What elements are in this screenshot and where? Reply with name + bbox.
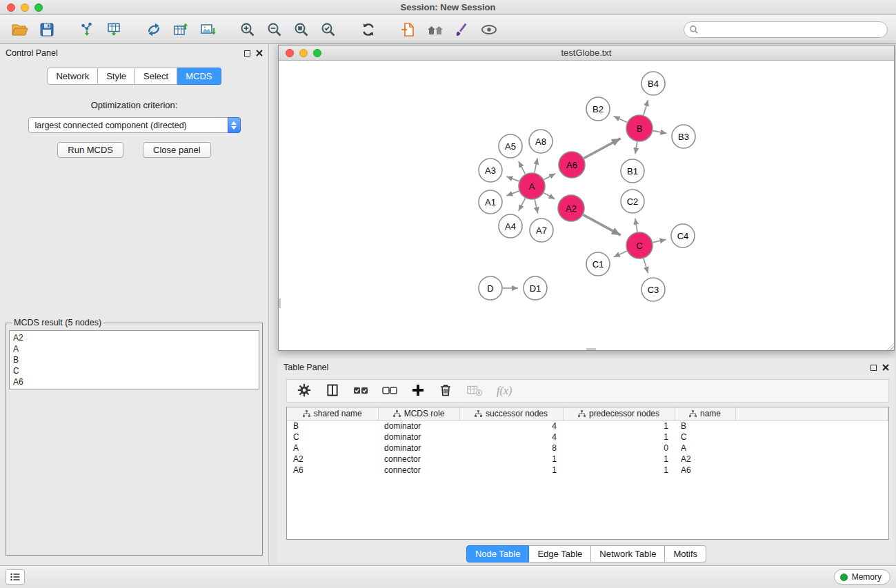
select-all-icon[interactable]: [353, 385, 368, 398]
close-panel-icon[interactable]: [256, 50, 263, 57]
table-cell[interactable]: dominator: [378, 420, 459, 432]
table-cell[interactable]: A2: [675, 454, 735, 465]
float-table-panel-icon[interactable]: [870, 365, 877, 371]
node-A4[interactable]: A4: [499, 214, 522, 238]
mcds-result-list[interactable]: A2ABCA6: [9, 330, 259, 389]
edge-C-C4[interactable]: [653, 239, 666, 242]
node-A6[interactable]: A6: [559, 152, 585, 178]
export-table-icon[interactable]: [169, 19, 192, 41]
function-builder-icon[interactable]: f(x): [497, 385, 512, 397]
zoom-in-icon[interactable]: [236, 19, 259, 41]
table-row[interactable]: Adominator80A: [287, 443, 888, 454]
close-window-button[interactable]: [7, 3, 15, 12]
edge-A-A2[interactable]: [544, 193, 555, 199]
zoom-selected-icon[interactable]: [317, 19, 340, 41]
table-row[interactable]: Cdominator41C: [287, 432, 888, 443]
table-row[interactable]: Bdominator41B: [287, 420, 888, 432]
export-image-icon[interactable]: [196, 19, 219, 41]
table-cell[interactable]: B: [287, 420, 378, 432]
memory-button[interactable]: Memory: [834, 569, 890, 585]
tab-motifs[interactable]: Motifs: [665, 545, 706, 562]
table-cell[interactable]: C: [675, 432, 735, 443]
edge-C-C1[interactable]: [614, 251, 627, 257]
table-cell[interactable]: C: [287, 432, 378, 443]
node-D1[interactable]: D1: [524, 276, 547, 300]
table-cell[interactable]: 1: [563, 420, 675, 432]
close-table-panel-icon[interactable]: [882, 364, 889, 371]
column-header-mcds-role[interactable]: MCDS role: [378, 407, 459, 420]
table-cell[interactable]: 1: [563, 454, 675, 465]
node-A8[interactable]: A8: [529, 130, 552, 153]
add-row-icon[interactable]: [411, 383, 425, 399]
float-panel-icon[interactable]: [244, 50, 250, 57]
task-history-button[interactable]: [6, 569, 25, 585]
tab-mcds[interactable]: MCDS: [177, 68, 221, 85]
open-file-icon[interactable]: [8, 19, 32, 41]
export-network-icon[interactable]: [142, 19, 166, 41]
tab-network-table[interactable]: Network Table: [591, 545, 665, 562]
table-cell[interactable]: connector: [378, 465, 459, 476]
table-cell[interactable]: A2: [287, 454, 378, 465]
import-table-icon[interactable]: [102, 19, 126, 41]
import-network-icon[interactable]: [75, 19, 99, 41]
edge-A-A1[interactable]: [506, 191, 519, 196]
node-B[interactable]: B: [626, 115, 653, 141]
zoom-fit-icon[interactable]: [290, 19, 313, 41]
node-B4[interactable]: B4: [641, 72, 665, 95]
table-cell[interactable]: 1: [563, 465, 675, 476]
node-C[interactable]: C: [626, 232, 653, 258]
edge-A-A8[interactable]: [535, 159, 537, 173]
mcds-result-item[interactable]: B: [13, 354, 255, 365]
column-header-shared-name[interactable]: shared name: [287, 407, 378, 420]
tab-edge-table[interactable]: Edge Table: [529, 545, 591, 562]
column-header-successor-nodes[interactable]: successor nodes: [459, 407, 563, 420]
run-mcds-button[interactable]: Run MCDS: [57, 142, 123, 158]
node-A7[interactable]: A7: [530, 219, 553, 242]
table-cell[interactable]: 1: [459, 454, 563, 465]
edge-B-B2[interactable]: [614, 116, 627, 123]
node-A[interactable]: A: [519, 173, 545, 199]
node-C2[interactable]: C2: [621, 190, 644, 213]
edge-B-B4[interactable]: [644, 100, 648, 115]
table-settings-icon[interactable]: [297, 383, 312, 400]
column-visibility-icon[interactable]: [326, 383, 339, 399]
dropdown-stepper-icon[interactable]: [228, 117, 241, 133]
table-cell[interactable]: B: [675, 420, 735, 432]
table-cell[interactable]: A6: [287, 465, 378, 476]
mcds-result-item[interactable]: A: [13, 343, 255, 354]
zoom-out-icon[interactable]: [263, 19, 286, 41]
tab-network[interactable]: Network: [47, 68, 98, 85]
network-canvas[interactable]: B4B2BB3A5A8A6A3B1AC2A1A2A4A7C4CC1DD1C3: [279, 61, 894, 350]
node-B2[interactable]: B2: [586, 97, 610, 121]
edge-A2-C[interactable]: [584, 215, 621, 236]
tab-style[interactable]: Style: [98, 68, 135, 85]
table-cell[interactable]: 4: [459, 420, 563, 432]
table-cell[interactable]: dominator: [378, 432, 459, 443]
edge-A6-B[interactable]: [584, 139, 621, 159]
network-zoom-button[interactable]: [313, 49, 321, 57]
edge-C-C3[interactable]: [644, 258, 648, 273]
tab-node-table[interactable]: Node Table: [466, 545, 530, 562]
search-input[interactable]: [684, 21, 888, 38]
edge-A-A3[interactable]: [506, 176, 519, 181]
table-cell[interactable]: A: [287, 443, 378, 454]
edge-A-A5[interactable]: [519, 161, 526, 174]
network-window-titlebar[interactable]: testGlobe.txt: [279, 45, 894, 61]
edge-B-B3[interactable]: [653, 131, 667, 134]
first-neighbors-icon[interactable]: [424, 19, 447, 41]
network-graph[interactable]: B4B2BB3A5A8A6A3B1AC2A1A2A4A7C4CC1DD1C3: [279, 61, 894, 350]
node-A2[interactable]: A2: [558, 195, 584, 221]
column-header-name[interactable]: name: [675, 407, 735, 420]
refresh-view-icon[interactable]: [357, 19, 380, 41]
close-panel-button[interactable]: Close panel: [143, 142, 211, 158]
node-C4[interactable]: C4: [671, 224, 695, 247]
open-session-icon[interactable]: [397, 19, 420, 41]
mcds-result-item[interactable]: A6: [13, 376, 255, 387]
minimize-window-button[interactable]: [21, 3, 29, 12]
column-header-predecessor-nodes[interactable]: predecessor nodes: [563, 407, 675, 420]
deselect-all-icon[interactable]: [382, 385, 397, 398]
table-cell[interactable]: A: [675, 443, 735, 454]
node-D[interactable]: D: [479, 276, 502, 300]
edge-C-C2[interactable]: [635, 219, 637, 232]
edge-A-A6[interactable]: [544, 174, 556, 180]
